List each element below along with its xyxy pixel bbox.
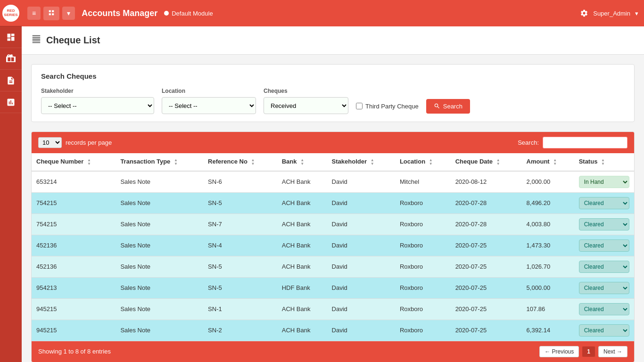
stakeholder-select[interactable]: -- Select -- [41, 97, 154, 114]
current-page[interactable]: 1 [582, 346, 595, 357]
cell-0: 452136 [32, 256, 116, 277]
table-row: 754215Sales NoteSN-7ACH BankDavidRoxboro… [32, 214, 634, 235]
dropdown-button[interactable]: ▾ [62, 7, 75, 20]
sidebar-item-accounts[interactable] [0, 48, 22, 70]
cell-2: SN-7 [203, 214, 277, 235]
cell-0: 653214 [32, 171, 116, 193]
location-select[interactable]: -- Select -- [162, 97, 256, 114]
third-party-group: Third Party Cheque [356, 103, 419, 110]
col-reference-no[interactable]: Reference No ▲▼ [203, 153, 277, 171]
status-select[interactable]: Cleared [579, 303, 629, 315]
table-header-row: Cheque Number ▲▼ Transaction Type ▲▼ Ref… [32, 153, 634, 171]
cell-7: 2,000.00 [522, 171, 574, 193]
cell-3: ACH Bank [277, 256, 327, 277]
menu-button[interactable]: ≡ [27, 7, 41, 20]
table-search-label: Search: [518, 139, 539, 146]
status-cell: Cleared [574, 298, 634, 320]
cell-1: Sales Note [116, 235, 203, 256]
col-transaction-type[interactable]: Transaction Type ▲▼ [116, 153, 203, 171]
cell-2: SN-5 [203, 277, 277, 298]
cell-0: 452136 [32, 235, 116, 256]
settings-icon[interactable] [580, 9, 588, 17]
status-select[interactable]: In Hand [579, 176, 629, 188]
page-title-text: Cheque List [46, 35, 100, 46]
cell-5: Roxboro [395, 298, 451, 320]
cell-6: 2020-07-25 [451, 235, 522, 256]
cheques-label: Cheques [264, 88, 348, 94]
module-label: Default Module [172, 10, 213, 17]
cell-7: 1,473.30 [522, 235, 574, 256]
cell-5: Roxboro [395, 320, 451, 341]
table-row: 653214Sales NoteSN-6ACH BankDavidMitchel… [32, 171, 634, 193]
content-area: Cheque List Search Cheques Stakeholder -… [22, 26, 644, 362]
status-cell: Cleared [574, 320, 634, 341]
user-menu[interactable]: Super_Admin [593, 10, 630, 17]
status-cell: Cleared [574, 235, 634, 256]
main-area: ≡ ▾ Accounts Manager Default Module Supe… [22, 0, 644, 362]
grid-button[interactable] [43, 7, 59, 20]
stakeholder-label: Stakeholder [41, 88, 154, 94]
sidebar: REDSERIES [0, 0, 22, 362]
cell-7: 6,392.14 [522, 320, 574, 341]
location-group: Location -- Select -- [162, 88, 256, 114]
col-status[interactable]: Status ▲▼ [574, 153, 634, 171]
table-row: 945215Sales NoteSN-1ACH BankDavidRoxboro… [32, 298, 634, 320]
cell-1: Sales Note [116, 192, 203, 214]
table-footer: Showing 1 to 8 of 8 entries ← Previous 1… [32, 341, 634, 362]
col-location[interactable]: Location ▲▼ [395, 153, 451, 171]
status-select[interactable]: Cleared [579, 282, 629, 294]
col-cheque-date[interactable]: Cheque Date ▲▼ [451, 153, 522, 171]
pagination: ← Previous 1 Next → [539, 346, 627, 357]
cell-0: 945215 [32, 298, 116, 320]
user-dropdown-arrow[interactable]: ▾ [635, 10, 638, 17]
app-logo[interactable]: REDSERIES [0, 0, 22, 26]
sidebar-item-reports[interactable] [0, 70, 22, 91]
cell-5: Roxboro [395, 256, 451, 277]
col-stakeholder[interactable]: Stakeholder ▲▼ [327, 153, 395, 171]
cell-2: SN-1 [203, 298, 277, 320]
cell-1: Sales Note [116, 277, 203, 298]
search-panel-title: Search Cheques [41, 72, 625, 80]
status-select[interactable]: Cleared [579, 218, 629, 230]
status-select[interactable]: Cleared [579, 197, 629, 209]
prev-page-button[interactable]: ← Previous [539, 346, 579, 357]
status-select[interactable]: Cleared [579, 261, 629, 273]
cell-4: David [327, 214, 395, 235]
cell-4: David [327, 171, 395, 193]
status-cell: Cleared [574, 256, 634, 277]
sidebar-item-analytics[interactable] [0, 91, 22, 113]
cell-6: 2020-08-12 [451, 171, 522, 193]
next-page-button[interactable]: Next → [598, 346, 627, 357]
cell-5: Roxboro [395, 214, 451, 235]
third-party-label: Third Party Cheque [365, 103, 419, 110]
showing-text: Showing 1 to 8 of 8 entries [38, 348, 111, 355]
table-row: 452136Sales NoteSN-4ACH BankDavidRoxboro… [32, 235, 634, 256]
table-search-input[interactable] [543, 137, 627, 148]
table-row: 452136Sales NoteSN-5ACH BankDavidRoxboro… [32, 256, 634, 277]
cell-0: 945215 [32, 320, 116, 341]
navbar-right: Super_Admin ▾ [580, 9, 638, 17]
cell-4: David [327, 298, 395, 320]
third-party-checkbox[interactable] [356, 103, 363, 109]
stakeholder-group: Stakeholder -- Select -- [41, 88, 154, 114]
cell-0: 954213 [32, 277, 116, 298]
sidebar-item-dashboard[interactable] [0, 26, 22, 48]
cell-3: HDF Bank [277, 277, 327, 298]
cell-7: 107.86 [522, 298, 574, 320]
col-cheque-number[interactable]: Cheque Number ▲▼ [32, 153, 116, 171]
cheques-group: Cheques Received Issued [264, 88, 348, 114]
table-section: 10 25 50 100 records per page Search: [31, 132, 635, 362]
status-cell: Cleared [574, 277, 634, 298]
cell-5: Roxboro [395, 192, 451, 214]
module-dot [164, 11, 169, 16]
cheque-table: Cheque Number ▲▼ Transaction Type ▲▼ Ref… [32, 153, 634, 341]
status-select[interactable]: Cleared [579, 239, 629, 252]
cheques-select[interactable]: Received Issued [264, 97, 348, 114]
records-per-page-select[interactable]: 10 25 50 100 [38, 137, 62, 148]
records-per-page-label: records per page [66, 139, 112, 146]
col-amount[interactable]: Amount ▲▼ [522, 153, 574, 171]
cell-4: David [327, 235, 395, 256]
status-select[interactable]: Cleared [579, 324, 629, 337]
search-button[interactable]: Search [426, 99, 470, 114]
col-bank[interactable]: Bank ▲▼ [277, 153, 327, 171]
